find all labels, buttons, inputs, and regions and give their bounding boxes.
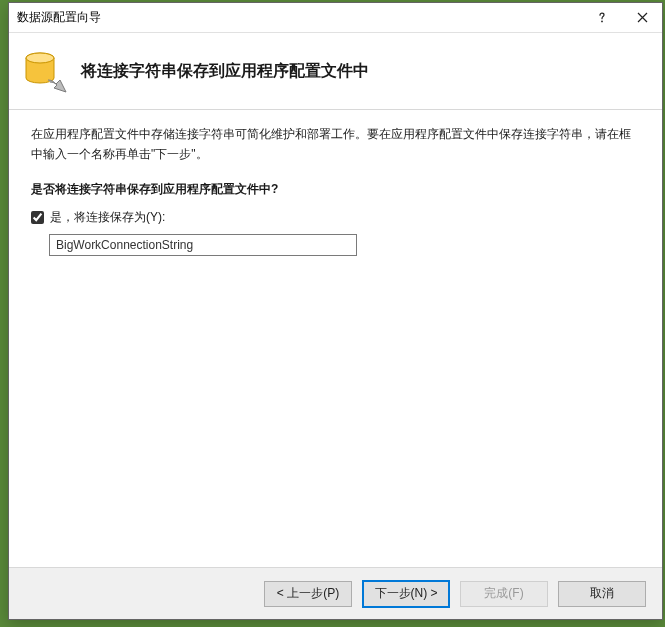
wizard-page-title: 将连接字符串保存到应用程序配置文件中: [81, 61, 369, 82]
finish-button: 完成(F): [460, 581, 548, 607]
titlebar: 数据源配置向导: [9, 3, 662, 33]
help-icon: [596, 12, 608, 24]
window-title: 数据源配置向导: [17, 9, 582, 26]
question-text: 是否将连接字符串保存到应用程序配置文件中?: [31, 179, 642, 199]
back-button[interactable]: < 上一步(P): [264, 581, 352, 607]
close-icon: [637, 12, 648, 23]
save-connection-checkbox-row[interactable]: 是，将连接保存为(Y):: [31, 207, 642, 227]
wizard-footer: < 上一步(P) 下一步(N) > 完成(F) 取消: [9, 567, 662, 619]
description-text: 在应用程序配置文件中存储连接字符串可简化维护和部署工作。要在应用程序配置文件中保…: [31, 124, 642, 165]
database-icon: [21, 47, 69, 95]
save-connection-checkbox[interactable]: [31, 211, 44, 224]
wizard-content: 在应用程序配置文件中存储连接字符串可简化维护和部署工作。要在应用程序配置文件中保…: [9, 110, 662, 567]
cancel-button[interactable]: 取消: [558, 581, 646, 607]
next-button[interactable]: 下一步(N) >: [362, 580, 450, 608]
help-button[interactable]: [582, 3, 622, 33]
svg-point-0: [601, 20, 603, 22]
wizard-dialog: 数据源配置向导 将连接字符串保存到应用程序配置文件中 在应用程序配置文件中存储: [8, 2, 663, 620]
close-button[interactable]: [622, 3, 662, 33]
save-connection-checkbox-label: 是，将连接保存为(Y):: [50, 207, 165, 227]
wizard-header: 将连接字符串保存到应用程序配置文件中: [9, 33, 662, 109]
connection-name-input[interactable]: [49, 234, 357, 256]
svg-point-2: [26, 53, 54, 63]
